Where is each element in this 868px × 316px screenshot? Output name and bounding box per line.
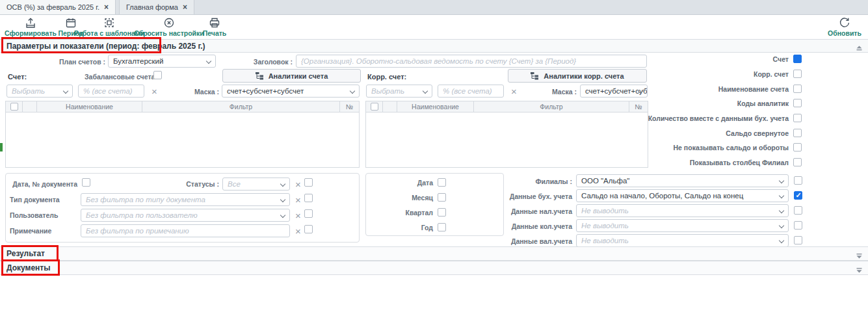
zagolovok-input[interactable]: {Организация}. Оборотно-сальдовая ведомо… (296, 55, 647, 68)
schet-checkbox[interactable] (793, 55, 802, 63)
select-all-checkbox[interactable] (10, 103, 18, 111)
expand-icon[interactable] (856, 266, 862, 275)
schet-filter-input[interactable]: % (все счета) (78, 85, 144, 98)
primechanie-checkbox[interactable] (304, 225, 313, 233)
data-checkbox[interactable] (438, 178, 446, 187)
polzovatel-select[interactable]: Без фильтра по пользователю (81, 209, 290, 222)
expand-icon[interactable] (856, 252, 862, 261)
templates-button[interactable]: Работа с шаблонами (77, 17, 142, 37)
tip-dokumenta-checkbox[interactable] (304, 194, 313, 202)
clear-icon[interactable]: × (295, 227, 301, 235)
clear-icon[interactable]: × (295, 180, 301, 189)
generate-button[interactable]: Сформировать (7, 17, 55, 37)
option-saldo-svernutoe: Сальдо свернутое (650, 129, 802, 137)
data-nomer-checkbox[interactable] (82, 178, 90, 187)
stolbec-filial-checkbox[interactable] (793, 158, 802, 166)
header-name: Наименование (397, 101, 474, 112)
clear-icon[interactable]: × (511, 87, 517, 96)
ne-pokazyvat-checkbox[interactable] (793, 143, 802, 151)
dannye-kol-label: Данные кол.учета (481, 222, 572, 231)
primechanie-input[interactable]: Без фильтра по примечанию (81, 224, 290, 237)
chevron-down-icon (779, 178, 784, 183)
primechanie-label: Примечание (10, 226, 51, 235)
god-checkbox[interactable] (438, 223, 446, 231)
korr-schet-filter-input[interactable]: % (все счета) (438, 85, 504, 98)
reset-icon (163, 17, 175, 29)
dannye-nal-select[interactable]: Не выводить (576, 204, 789, 217)
reset-settings-button[interactable]: Сбросить настройки (138, 17, 200, 37)
chevron-down-icon (206, 59, 211, 64)
dannye-val-select[interactable]: Не выводить (576, 234, 789, 247)
chevron-down-icon (423, 88, 428, 94)
schet-select[interactable]: Выбрать (7, 85, 73, 98)
tab-main-form-label: Главная форма (126, 3, 178, 11)
korr-schet-select[interactable]: Выбрать (366, 85, 432, 98)
polzovatel-checkbox[interactable] (304, 209, 313, 218)
option-stolbec-filial: Показывать столбец Филиал (650, 158, 802, 166)
print-button[interactable]: Печать (200, 17, 229, 37)
close-icon[interactable]: × (183, 3, 187, 11)
korr-maska-select[interactable]: счет+субсчет+субс (580, 85, 648, 98)
header-name: Наименование (37, 101, 142, 112)
parameters-section-title: Параметры и показатели (период: февраль … (7, 42, 205, 51)
refresh-button[interactable]: Обновить (827, 17, 862, 37)
collapse-icon[interactable] (856, 44, 862, 53)
tab-main-form[interactable]: Главная форма × (119, 0, 194, 14)
dannye-buh-select[interactable]: Сальдо на начало, Обороты, Сальдо на кон… (576, 189, 789, 202)
tip-dokumenta-select[interactable]: Без фильтра по типу документа (81, 193, 290, 206)
tree-icon (531, 72, 539, 80)
dannye-buh-checkbox[interactable] (794, 191, 802, 200)
calendar-icon (65, 17, 77, 29)
clear-icon[interactable]: × (151, 87, 157, 96)
parameters-section-header[interactable]: Параметры и показатели (период: февраль … (0, 39, 868, 53)
plan-schetov-select[interactable]: Бухгалтерский (108, 55, 216, 68)
option-ne-pokazyvat: Не показывать сальдо и обороты (650, 143, 802, 151)
option-schet: Счет (650, 55, 802, 63)
zabalans-checkbox[interactable] (153, 71, 162, 79)
chevron-down-icon (779, 193, 784, 198)
korr-schet-label: Корр. счет: (367, 72, 406, 81)
option-kody-analitik: Коды аналитик (650, 99, 802, 107)
result-section-title: Результат (7, 249, 45, 258)
statusy-checkbox[interactable] (304, 178, 313, 187)
analytics-schet-button[interactable]: Аналитики счета (222, 69, 361, 83)
close-icon[interactable]: × (104, 3, 109, 11)
option-naimenovanie: Наименование счета (650, 85, 802, 93)
analytics-korr-schet-button[interactable]: Аналитики корр. счета (508, 69, 647, 83)
header-blank-cell (23, 101, 37, 112)
kody-analitik-checkbox[interactable] (793, 99, 802, 107)
result-section-header[interactable]: Результат (0, 246, 868, 261)
kvartal-checkbox[interactable] (438, 208, 446, 217)
filialy-select[interactable]: ООО "Альфа" (576, 174, 789, 187)
dannye-kol-select[interactable]: Не выводить (576, 219, 789, 232)
data-nomer-dokumenta-label: Дата, № документа (10, 179, 77, 189)
templates-icon (103, 17, 115, 29)
chevron-down-icon (63, 88, 68, 94)
table-header: Наименование Фильтр № (6, 101, 359, 112)
maska-label: Маска : (192, 87, 219, 96)
dannye-val-label: Данные вал.учета (481, 237, 572, 246)
kolichestvo-checkbox[interactable] (793, 114, 802, 122)
select-all-checkbox[interactable] (371, 103, 378, 111)
chevron-down-icon (779, 238, 784, 243)
header-filter: Фильтр (474, 101, 629, 112)
statusy-select[interactable]: Все (222, 178, 290, 191)
tab-osv[interactable]: ОСВ (%) за февраль 2025 г. × (0, 0, 116, 14)
maska-select[interactable]: счет+субсчет+субсчет (222, 85, 360, 98)
naimenovanie-checkbox[interactable] (793, 85, 802, 93)
header-filter: Фильтр (142, 101, 340, 112)
clear-icon[interactable]: × (295, 196, 301, 204)
tip-dokumenta-label: Тип документа (10, 195, 60, 204)
dannye-kol-checkbox[interactable] (794, 221, 802, 230)
korr-schet-checkbox[interactable] (793, 70, 802, 78)
print-icon (209, 17, 220, 29)
filialy-checkbox[interactable] (794, 176, 802, 185)
dannye-nal-checkbox[interactable] (794, 206, 802, 215)
mesyac-checkbox[interactable] (438, 193, 446, 202)
dannye-val-checkbox[interactable] (794, 236, 802, 244)
chevron-down-icon (280, 213, 285, 218)
clear-icon[interactable]: × (295, 211, 301, 220)
documents-section-header[interactable]: Документы (0, 261, 868, 275)
dannye-nal-label: Данные нал.учета (481, 207, 572, 216)
saldo-svernutoe-checkbox[interactable] (793, 129, 802, 137)
